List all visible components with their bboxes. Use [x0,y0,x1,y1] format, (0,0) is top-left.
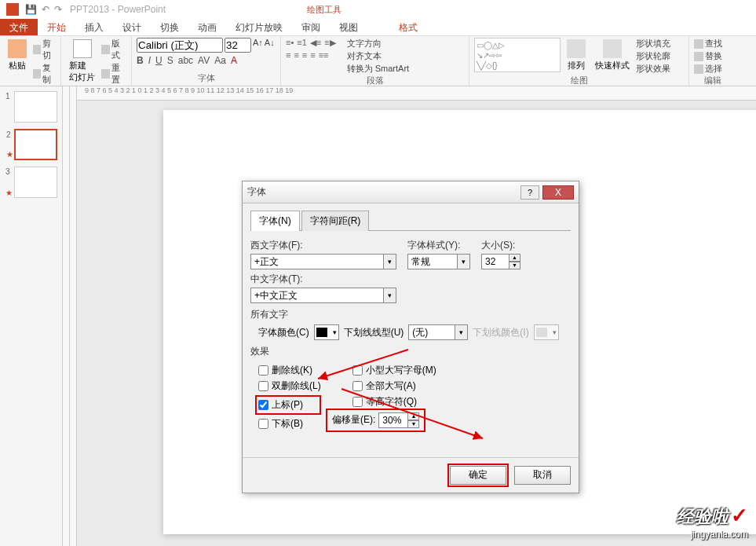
italic-button[interactable]: I [148,55,151,66]
dialog-tab-font[interactable]: 字体(N) [250,211,300,231]
dialog-close-button[interactable]: X [542,185,574,200]
strike-button[interactable]: abc [178,55,193,66]
equalize-checkbox[interactable] [352,397,363,407]
tab-view[interactable]: 视图 [330,19,367,35]
ok-button[interactable]: 确定 [450,466,506,485]
underline-style-label: 下划线线型(U) [344,326,404,339]
select-icon [694,64,703,74]
spinner-up-icon[interactable]: ▲ [509,254,520,262]
replace-button[interactable]: 替换 [694,50,732,62]
double-strike-checkbox[interactable] [258,381,268,391]
tab-insert[interactable]: 插入 [75,19,113,35]
shapes-gallery[interactable]: ▭◯△▷↘↗⇨⇦╲╱◇{} [474,38,561,72]
align-left-button[interactable]: ≡ [286,50,290,60]
watermark-text: 经验啦 [677,507,729,526]
indent-dec-button[interactable]: ◀≡ [310,38,321,48]
quick-save-icon[interactable]: 💾 [25,4,37,15]
spinner-down-icon[interactable]: ▼ [408,420,419,428]
tab-slideshow[interactable]: 幻灯片放映 [226,19,292,35]
chevron-down-icon[interactable]: ▾ [458,254,470,269]
tab-format[interactable]: 格式 [389,19,427,35]
scissors-icon [33,45,41,54]
offset-input[interactable] [378,412,408,428]
watermark: 经验啦 ✓ jingyanla.com [677,504,748,540]
find-icon [694,39,703,49]
smartart-button[interactable]: 转换为 SmartArt [347,63,409,75]
watermark-url: jingyanla.com [677,529,748,540]
find-button[interactable]: 查找 [694,38,732,49]
tab-file[interactable]: 文件 [0,19,38,35]
all-text-label: 所有文字 [250,308,571,321]
align-center-button[interactable]: ≡ [294,50,298,60]
slide-thumbnails-pane: 1 2★ 3★ [0,86,63,546]
superscript-checkbox[interactable] [258,400,268,410]
subscript-checkbox[interactable] [258,419,268,429]
dialog-tabs: 字体(N) 字符间距(R) [250,210,571,231]
tab-design[interactable]: 设计 [113,19,151,35]
char-spacing-button[interactable]: AV [198,55,210,66]
spinner-down-icon[interactable]: ▼ [509,262,520,269]
increase-font-icon[interactable]: A↑ [253,38,263,53]
dialog-help-button[interactable]: ? [520,185,539,200]
justify-button[interactable]: ≡ [310,50,315,60]
columns-button[interactable]: ≡≡ [319,50,329,60]
asian-font-combo[interactable] [250,288,384,303]
reset-button[interactable]: 重置 [101,62,126,86]
change-case-button[interactable]: Aa [214,55,226,66]
arrange-button[interactable]: 排列 [564,38,589,75]
select-button[interactable]: 选择 [694,63,732,75]
cancel-button[interactable]: 取消 [514,466,571,485]
align-text-button[interactable]: 对齐文本 [347,50,409,62]
cut-button[interactable]: 剪切 [33,38,56,61]
slide-thumb-2[interactable]: 2★ [14,129,57,160]
quick-styles-button[interactable]: 快速样式 [592,38,633,75]
chevron-down-icon[interactable]: ▾ [455,324,468,340]
asian-font-label: 中文字体(T): [250,273,571,286]
font-color-picker[interactable]: ▾ [314,324,339,340]
slide-thumb-1[interactable]: 1 [14,91,57,123]
font-name-select[interactable] [137,38,223,53]
title-bar: 💾 ↶ ↷ PPT2013 - PowerPoint 绘图工具 [0,0,756,19]
quick-undo-icon[interactable]: ↶ [42,4,49,15]
align-right-button[interactable]: ≡ [302,50,307,60]
ribbon: 粘贴 剪切 复制 格式刷 剪贴板 新建 幻灯片 版式 重置 节 幻灯片 A↑ [0,36,756,86]
shadow-button[interactable]: S [167,55,173,66]
chevron-down-icon[interactable]: ▾ [384,254,396,269]
strike-checkbox[interactable] [258,365,268,376]
shape-outline-button[interactable]: 形状轮廓 [636,50,670,62]
bold-button[interactable]: B [137,55,144,66]
group-paragraph-label: 段落 [286,75,464,86]
dialog-title: 字体 [247,185,520,199]
text-direction-button[interactable]: 文字方向 [347,38,409,49]
bullets-button[interactable]: ≡• [286,38,294,48]
dialog-titlebar[interactable]: 字体 ? X [243,181,579,203]
indent-inc-button[interactable]: ≡▶ [324,38,335,48]
font-size-input[interactable] [481,254,509,269]
numbering-button[interactable]: ≡1 [297,38,307,48]
quick-redo-icon[interactable]: ↷ [54,4,62,15]
layout-button[interactable]: 版式 [101,38,126,61]
all-caps-checkbox[interactable] [352,381,363,391]
small-caps-checkbox[interactable] [352,365,363,376]
slide-thumb-3[interactable]: 3★ [14,167,57,198]
font-size-select[interactable] [225,38,251,53]
shape-effects-button[interactable]: 形状效果 [636,63,670,75]
chevron-down-icon[interactable]: ▾ [384,288,396,303]
western-font-combo[interactable] [250,254,384,269]
tab-transitions[interactable]: 切换 [151,19,188,35]
underline-style-combo[interactable] [408,324,455,340]
tab-animations[interactable]: 动画 [188,19,226,35]
dialog-tab-spacing[interactable]: 字符间距(R) [301,211,370,231]
font-style-combo[interactable] [407,254,458,269]
layout-icon [101,45,110,54]
tab-home[interactable]: 开始 [38,19,75,35]
decrease-font-icon[interactable]: A↓ [265,38,275,53]
check-icon: ✓ [731,504,748,527]
shape-fill-button[interactable]: 形状填充 [636,38,670,49]
tab-review[interactable]: 审阅 [292,19,330,35]
spinner-up-icon[interactable]: ▲ [408,412,419,420]
underline-button[interactable]: U [155,55,163,66]
font-color-button[interactable]: A [231,55,237,66]
copy-button[interactable]: 复制 [33,62,56,86]
font-color-label: 字体颜色(C) [258,326,309,339]
